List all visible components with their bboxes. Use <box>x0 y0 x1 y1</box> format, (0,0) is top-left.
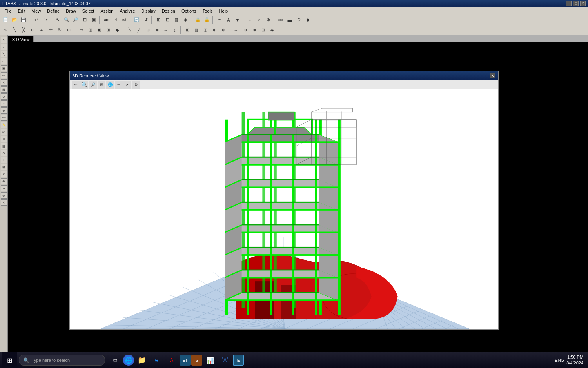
s4-btn[interactable]: ◆ <box>303 16 312 24</box>
menu-options[interactable]: Options <box>178 7 200 15</box>
etabs2-icon[interactable]: E <box>233 355 244 366</box>
menu-view[interactable]: View <box>29 7 44 15</box>
t2-line5[interactable]: ↔ <box>162 26 170 35</box>
t2-line1[interactable]: ╲ <box>125 26 134 35</box>
t2-misc4[interactable]: ⊞ <box>259 26 267 35</box>
rv-window-controls[interactable]: ✕ <box>490 73 495 78</box>
lp-ruler[interactable]: 📏 <box>1 122 7 128</box>
rv-render-btn[interactable]: ⚙ <box>132 81 140 89</box>
joint-btn[interactable]: • <box>246 16 254 24</box>
lp-grid[interactable]: ⊞ <box>1 86 7 93</box>
lock-btn[interactable]: 🔒 <box>194 16 202 24</box>
lp-select[interactable]: ⊕ <box>1 93 7 100</box>
finder-icon[interactable]: 📁 <box>135 353 149 367</box>
rv-zoom-fit-btn[interactable]: ⊞ <box>98 81 105 89</box>
shell-btn[interactable]: ◈ <box>181 16 190 24</box>
t2-line2[interactable]: ╱ <box>134 26 143 35</box>
prop-btn[interactable]: ≡ <box>215 16 224 24</box>
chrome-icon[interactable]: 🌐 <box>123 355 134 366</box>
t2-misc3[interactable]: ⊗ <box>250 26 258 35</box>
open-btn[interactable]: 📂 <box>10 16 19 24</box>
word-icon[interactable]: W <box>218 353 232 367</box>
select-all-btn[interactable]: ⊞ <box>154 16 163 24</box>
lp-tool4[interactable]: ✕ <box>1 199 7 206</box>
unlock-btn[interactable]: 🔓 <box>203 16 211 24</box>
rv-close-btn[interactable]: ✕ <box>490 73 495 78</box>
lp-section[interactable]: ◈ <box>1 136 7 142</box>
safe-icon[interactable]: S <box>191 355 202 366</box>
menu-assign[interactable]: Assign <box>97 7 116 15</box>
lp-dim[interactable]: ⟺ <box>1 115 7 121</box>
window-controls[interactable]: — □ ✕ <box>566 1 586 6</box>
start-button[interactable]: ⊞ <box>2 352 17 368</box>
menu-file[interactable]: File <box>2 7 15 15</box>
t2-rotate2-btn[interactable]: ↻ <box>55 26 64 35</box>
plan-view-btn[interactable]: Pl <box>111 16 120 24</box>
redo-btn[interactable]: ↪ <box>41 16 49 24</box>
rv-undo-btn[interactable]: ↩ <box>115 81 123 89</box>
s1-btn[interactable]: sss <box>276 16 285 24</box>
lp-point[interactable]: • <box>1 44 7 50</box>
lp-measure[interactable]: ◎ <box>1 129 7 135</box>
t2-draw4-btn[interactable]: + <box>37 26 46 35</box>
t2-area4[interactable]: ⊕ <box>210 26 219 35</box>
lp-edit[interactable]: ✏ <box>1 72 7 78</box>
t2-area3[interactable]: ◫ <box>201 26 210 35</box>
filter-btn[interactable]: ▼ <box>233 16 242 24</box>
t2-misc1[interactable]: ↔ <box>232 26 240 35</box>
s2-btn[interactable]: ▬ <box>285 16 294 24</box>
menu-display[interactable]: Display <box>138 7 159 15</box>
cursor-btn[interactable]: ↖ <box>53 16 62 24</box>
excel-icon[interactable]: 📊 <box>203 353 217 367</box>
nd-btn[interactable]: nd <box>120 16 129 24</box>
menu-draw[interactable]: Draw <box>63 7 79 15</box>
menu-select[interactable]: Select <box>79 7 98 15</box>
t2-move-btn[interactable]: ✛ <box>46 26 55 35</box>
lp-cursor[interactable]: ↖ <box>1 37 7 43</box>
lp-tool3[interactable]: ⊗ <box>1 192 7 199</box>
lp-move[interactable]: ✛ <box>1 157 7 163</box>
zoom-window-btn[interactable]: ▣ <box>89 16 98 24</box>
3d-view-btn[interactable]: 3D <box>102 16 111 24</box>
zoom-fit-btn[interactable]: ⊞ <box>80 16 89 24</box>
new-btn[interactable]: 📄 <box>1 16 10 24</box>
acrobat-icon[interactable]: A <box>165 353 179 367</box>
undo-btn[interactable]: ↩ <box>32 16 40 24</box>
zoom-in-btn[interactable]: 🔍 <box>62 16 71 24</box>
lp-copy[interactable]: ⊞ <box>1 164 7 170</box>
minimize-btn[interactable]: — <box>566 1 572 6</box>
t2-area2[interactable]: ▥ <box>192 26 201 35</box>
menu-edit[interactable]: Edit <box>15 7 29 15</box>
s3-btn[interactable]: ⊕ <box>294 16 303 24</box>
joint2-btn[interactable]: ○ <box>255 16 263 24</box>
t2-pointer-btn[interactable]: ↖ <box>1 26 10 35</box>
t2-sect3[interactable]: ▣ <box>95 26 103 35</box>
save-btn[interactable]: 💾 <box>19 16 28 24</box>
lp-tool1[interactable]: ⊕ <box>1 178 7 184</box>
lp-rect[interactable]: ▭ <box>1 58 7 64</box>
refresh-btn[interactable]: ↺ <box>142 16 150 24</box>
tab-3d-view[interactable]: 3-D View <box>8 36 34 42</box>
etabs-icon[interactable]: ET <box>180 355 191 366</box>
rv-3d-rotate-btn[interactable]: 🌐 <box>106 81 114 89</box>
close-btn[interactable]: ✕ <box>580 1 586 6</box>
t2-r2-btn[interactable]: ⊕ <box>64 26 73 35</box>
t2-draw1-btn[interactable]: ╲ <box>10 26 19 35</box>
lp-x1[interactable]: ✕ <box>1 79 7 86</box>
lp-delete[interactable]: ✕ <box>1 171 7 177</box>
maximize-btn[interactable]: □ <box>573 1 579 6</box>
t2-misc5[interactable]: ◈ <box>268 26 276 35</box>
lp-prop[interactable]: ≡ <box>1 100 7 107</box>
menu-help[interactable]: Help <box>216 7 231 15</box>
t2-area5[interactable]: ⊗ <box>219 26 228 35</box>
menu-tools[interactable]: Tools <box>200 7 216 15</box>
t2-line6[interactable]: ↕ <box>171 26 179 35</box>
lp-tool2[interactable]: ↔ <box>1 185 7 191</box>
t2-draw3-btn[interactable]: ⊕ <box>28 26 37 35</box>
menu-define[interactable]: Define <box>44 7 63 15</box>
lp-area[interactable]: ▣ <box>1 65 7 71</box>
rotate-btn[interactable]: 🔄 <box>132 16 141 24</box>
lp-assign[interactable]: ⊗ <box>1 107 7 114</box>
rv-section-cut[interactable]: ✂ <box>123 81 131 89</box>
menu-analyze[interactable]: Analyze <box>116 7 138 15</box>
